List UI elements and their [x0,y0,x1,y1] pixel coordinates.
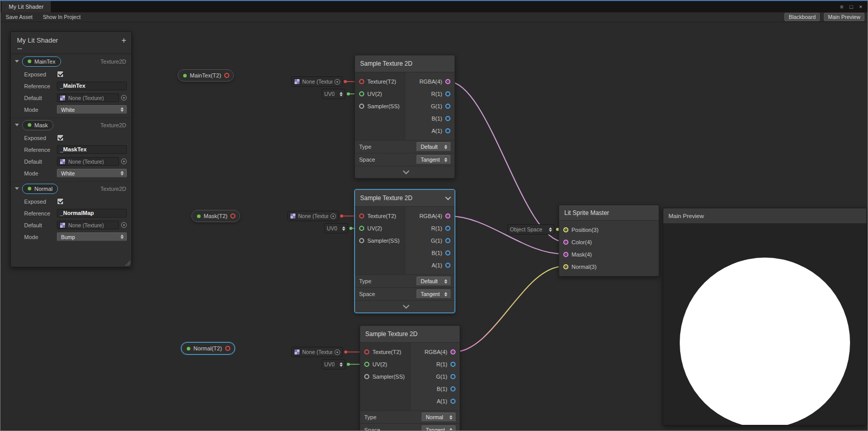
sample-texture-2d-node-3[interactable]: Sample Texture 2D Texture(T2) UV(2) Samp… [360,325,460,430]
exposed-checkbox[interactable] [57,71,64,77]
property-row[interactable]: Mask Texture2D [11,118,131,132]
property-row[interactable]: Normal Texture2D [11,182,131,195]
rgba-output-port[interactable] [445,79,450,84]
maximize-icon[interactable]: □ [850,4,853,10]
expand-preview-button[interactable] [355,166,455,178]
space-dropdown[interactable]: Tangent [417,155,450,164]
texture-slot-widget[interactable]: None (Texture) [291,347,343,357]
default-object-field[interactable]: None (Texture) [57,157,119,166]
sampler-input-port[interactable] [364,374,369,379]
blackboard-resize-grip[interactable] [125,261,130,266]
foldout-caret-icon[interactable] [15,187,19,190]
close-icon[interactable]: × [859,4,862,10]
space-dropdown[interactable]: Tangent [417,289,450,299]
dropdown-arrows-icon [341,226,345,231]
blackboard-toggle-button[interactable]: Blackboard [784,13,820,21]
b-output-port[interactable] [450,386,456,391]
mask-input-port[interactable] [563,252,568,257]
texture-slot-widget[interactable]: None (Texture) [287,211,339,221]
object-picker-icon[interactable] [330,213,336,219]
sampler-input-port[interactable] [359,104,364,109]
mode-dropdown[interactable]: White [57,105,127,114]
sampler-input-port[interactable] [359,238,364,243]
exposed-checkbox[interactable] [57,198,64,205]
texture-slot-widget[interactable]: None (Texture) [291,76,343,87]
default-object-field[interactable]: None (Texture) [57,93,119,102]
default-label: Default [24,222,55,228]
texture-output-port[interactable] [230,213,235,219]
object-picker-icon[interactable] [121,159,127,164]
window-menu-icon[interactable]: ≡ [840,4,843,10]
texture-input-port[interactable] [359,79,364,84]
b-output-port[interactable] [445,116,450,121]
graph-canvas[interactable]: My Lit Shader + MainTex Texture2D Expose… [1,23,867,430]
chevron-down-icon[interactable] [445,194,451,200]
lit-sprite-master-node[interactable]: Lit Sprite Master Position(3) Color(4) M… [559,205,659,277]
type-dropdown[interactable]: Default [417,277,450,286]
object-picker-icon[interactable] [121,95,127,101]
a-output-port[interactable] [445,263,450,268]
r-output-port[interactable] [445,226,450,231]
g-output-port[interactable] [450,374,456,379]
expand-preview-button[interactable] [355,300,455,312]
g-output-port[interactable] [445,238,450,243]
default-object-field[interactable]: None (Texture) [57,221,119,229]
r-output-port[interactable] [450,362,456,367]
uv-input-port[interactable] [364,362,369,367]
reference-field[interactable]: _MainTex [57,82,127,90]
property-pill-maintex[interactable]: MainTex [22,56,61,67]
type-dropdown[interactable]: Normal [422,413,456,422]
save-asset-button[interactable]: Save Asset [4,13,35,21]
property-node-mask[interactable]: Mask(T2) [191,210,240,222]
type-dropdown[interactable]: Default [417,142,450,151]
blackboard-panel[interactable]: My Lit Shader + MainTex Texture2D Expose… [10,31,132,267]
texture-input-port[interactable] [364,349,369,355]
reference-field[interactable]: _MaskTex [57,145,127,154]
property-pill-normal[interactable]: Normal [22,184,58,194]
object-picker-icon[interactable] [334,349,340,355]
reference-field[interactable]: _NormalMap [57,209,127,218]
g-output-port[interactable] [445,104,450,109]
texture-thumb-icon [294,349,300,355]
add-property-button[interactable]: + [122,36,126,45]
sample-texture-2d-node-1[interactable]: Sample Texture 2D Texture(T2) UV(2) Samp… [354,55,455,179]
a-output-port[interactable] [445,128,450,133]
uv-input-port[interactable] [359,226,364,231]
show-in-project-button[interactable]: Show In Project [41,13,83,21]
property-pill-mask[interactable]: Mask [22,120,53,130]
uv-channel-dropdown[interactable]: UV0 [322,359,345,369]
object-picker-icon[interactable] [121,222,127,228]
texture-output-port[interactable] [224,73,229,78]
uv-input-port[interactable] [359,91,364,96]
object-picker-icon[interactable] [334,79,340,85]
r-output-port[interactable] [445,91,450,96]
position-space-dropdown[interactable]: Object Space [507,224,555,234]
uv-channel-dropdown[interactable]: UV0 [322,89,345,99]
a-output-port[interactable] [450,399,456,404]
color-input-port[interactable] [563,240,568,245]
property-node-maintex[interactable]: MainTex(T2) [177,69,234,82]
texture-output-port[interactable] [225,346,230,351]
property-node-normal[interactable]: Normal(T2) [181,342,235,355]
position-input-port[interactable] [563,227,568,232]
uv-channel-dropdown[interactable]: UV0 [324,223,348,233]
mode-dropdown[interactable]: Bump [57,232,127,241]
b-output-port[interactable] [445,250,450,256]
foldout-caret-icon[interactable] [15,124,19,126]
edge-rgba-to-color [448,82,564,242]
rgba-output-port[interactable] [450,349,456,355]
property-type: Texture2D [101,58,126,65]
property-row[interactable]: MainTex Texture2D [11,54,131,68]
mode-label: Mode [24,170,55,177]
tab-my-lit-shader[interactable]: My Lit Shader [2,1,51,12]
rgba-output-port[interactable] [445,213,450,219]
mode-dropdown[interactable]: White [57,169,127,178]
main-preview-panel[interactable]: Main Preview [663,208,867,425]
exposed-checkbox[interactable] [57,134,64,141]
sample-texture-2d-node-2[interactable]: Sample Texture 2D Texture(T2) UV(2) Samp… [354,189,455,313]
main-preview-toggle-button[interactable]: Main Preview [824,13,864,21]
texture-input-port[interactable] [359,213,364,219]
normal-input-port[interactable] [563,264,568,269]
space-dropdown[interactable]: Tangent [422,425,456,430]
foldout-caret-icon[interactable] [15,60,19,63]
